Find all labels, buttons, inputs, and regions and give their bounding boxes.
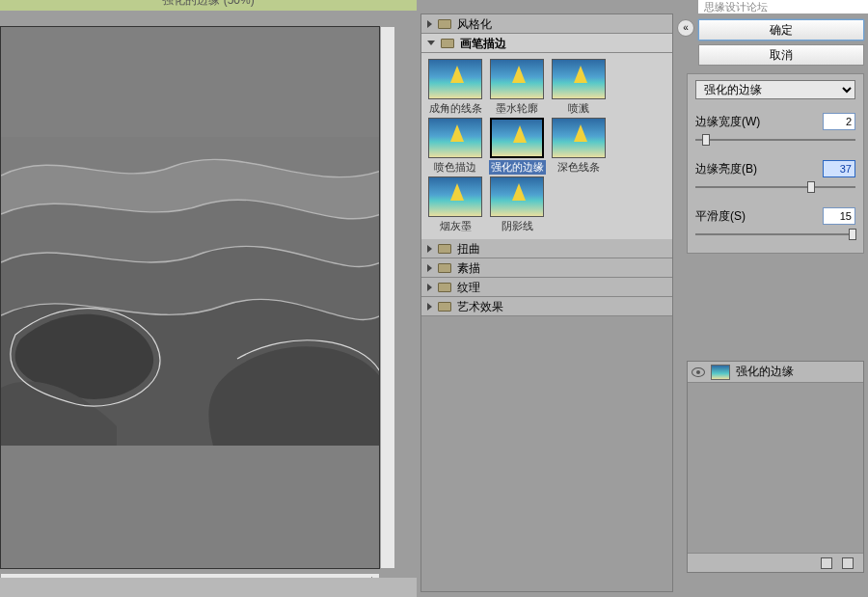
slider-knob[interactable]: [702, 134, 710, 146]
collapse-button[interactable]: «: [677, 19, 694, 37]
preview-scrollbar-vertical[interactable]: [380, 26, 395, 569]
thumbnail-image: [490, 176, 544, 217]
folder-icon: [438, 263, 451, 273]
param-label: 平滑度(S): [695, 208, 746, 225]
thumbnail-label: 深色线条: [557, 160, 600, 175]
layer-row[interactable]: 强化的边缘: [688, 362, 863, 383]
filter-thumbnail[interactable]: 墨水轮廓: [487, 59, 547, 116]
slider-track: [695, 139, 855, 141]
category-row[interactable]: 画笔描边: [421, 34, 672, 53]
disclosure-triangle-icon: [427, 245, 432, 253]
layer-thumbnail: [711, 365, 730, 380]
thumbnail-image: [552, 59, 606, 99]
param-slider[interactable]: [695, 180, 855, 194]
param-group: 边缘亮度(B): [695, 160, 855, 194]
category-row[interactable]: 纹理: [421, 278, 672, 297]
site-banner: 思缘设计论坛 WWW.MISSYUAN.COM: [698, 0, 868, 14]
param-group: 平滑度(S): [695, 207, 855, 241]
slider-knob[interactable]: [849, 229, 856, 240]
thumbnail-image: [428, 59, 482, 99]
category-label: 风格化: [457, 14, 492, 34]
folder-icon: [438, 19, 451, 29]
param-slider[interactable]: [695, 133, 855, 147]
thumbnail-image: [428, 176, 482, 217]
category-label: 画笔描边: [460, 34, 506, 53]
thumbnail-label: 喷色描边: [434, 160, 476, 175]
effect-layers: 强化的边缘: [687, 361, 864, 573]
param-label: 边缘亮度(B): [695, 161, 757, 177]
thumbnail-label: 成角的线条: [429, 101, 482, 116]
preview-image: [1, 137, 380, 446]
thumbnail-image: [490, 59, 544, 99]
cancel-button[interactable]: 取消: [698, 44, 864, 66]
slider-track: [695, 233, 855, 235]
thumbnail-label: 强化的边缘: [489, 160, 546, 175]
folder-icon: [438, 302, 451, 312]
layer-label: 强化的边缘: [736, 364, 794, 380]
thumbnail-label: 阴影线: [502, 219, 533, 233]
category-label: 纹理: [457, 278, 480, 297]
thumbnail-label: 墨水轮廓: [496, 101, 538, 116]
filter-thumbnail[interactable]: 烟灰墨: [425, 176, 485, 233]
param-input[interactable]: [823, 160, 855, 177]
thumbnail-image: [552, 118, 606, 158]
param-input[interactable]: [823, 207, 855, 225]
thumbnail-label: 喷溅: [568, 101, 589, 116]
ok-button[interactable]: 确定: [698, 19, 864, 41]
disclosure-triangle-icon: [427, 41, 435, 45]
disclosure-triangle-icon: [427, 20, 432, 28]
filter-select[interactable]: 强化的边缘: [695, 80, 855, 99]
filter-params: 强化的边缘 边缘宽度(W)边缘亮度(B)平滑度(S): [687, 73, 864, 254]
folder-icon: [438, 244, 451, 254]
layers-footer: [688, 553, 863, 572]
thumbnail-grid: 成角的线条墨水轮廓喷溅喷色描边强化的边缘深色线条烟灰墨阴影线: [421, 53, 672, 239]
thumbnail-label: 烟灰墨: [440, 219, 472, 233]
param-label: 边缘宽度(W): [695, 114, 760, 130]
filter-thumbnail[interactable]: 深色线条: [549, 118, 609, 175]
folder-icon: [438, 283, 451, 292]
preview-pane: [0, 11, 417, 597]
filter-thumbnail[interactable]: 喷溅: [549, 59, 609, 116]
visibility-icon[interactable]: [692, 367, 705, 377]
disclosure-triangle-icon: [427, 303, 432, 311]
slider-track: [695, 186, 855, 188]
param-input[interactable]: [823, 113, 855, 130]
folder-icon: [441, 39, 454, 48]
category-row[interactable]: 艺术效果: [421, 297, 672, 316]
param-group: 边缘宽度(W): [695, 113, 855, 147]
category-row[interactable]: 风格化: [421, 14, 672, 34]
filter-thumbnail[interactable]: 强化的边缘: [487, 118, 547, 175]
category-row[interactable]: 扭曲: [421, 239, 672, 258]
category-row[interactable]: 素描: [421, 258, 672, 278]
filter-thumbnail[interactable]: 成角的线条: [425, 59, 485, 116]
new-layer-icon[interactable]: [821, 557, 832, 569]
category-label: 扭曲: [457, 239, 480, 258]
category-label: 艺术效果: [457, 297, 503, 316]
disclosure-triangle-icon: [427, 264, 432, 272]
slider-knob[interactable]: [807, 181, 815, 193]
category-label: 素描: [457, 258, 480, 278]
filter-thumbnail[interactable]: 喷色描边: [425, 118, 485, 175]
thumbnail-image: [490, 118, 544, 158]
disclosure-triangle-icon: [427, 284, 432, 291]
zoom-strip: [0, 578, 417, 597]
window-title: 强化的边缘 (50%): [0, 0, 417, 11]
filter-gallery: 风格化画笔描边 成角的线条墨水轮廓喷溅喷色描边强化的边缘深色线条烟灰墨阴影线 扭…: [420, 14, 673, 592]
param-slider[interactable]: [695, 228, 855, 241]
trash-icon[interactable]: [842, 557, 854, 569]
thumbnail-image: [428, 118, 482, 158]
settings-pane: « 确定 取消 强化的边缘 边缘宽度(W)边缘亮度(B)平滑度(S) 强化的边缘: [677, 14, 868, 592]
filter-thumbnail[interactable]: 阴影线: [487, 176, 547, 233]
preview-canvas[interactable]: [0, 26, 380, 569]
